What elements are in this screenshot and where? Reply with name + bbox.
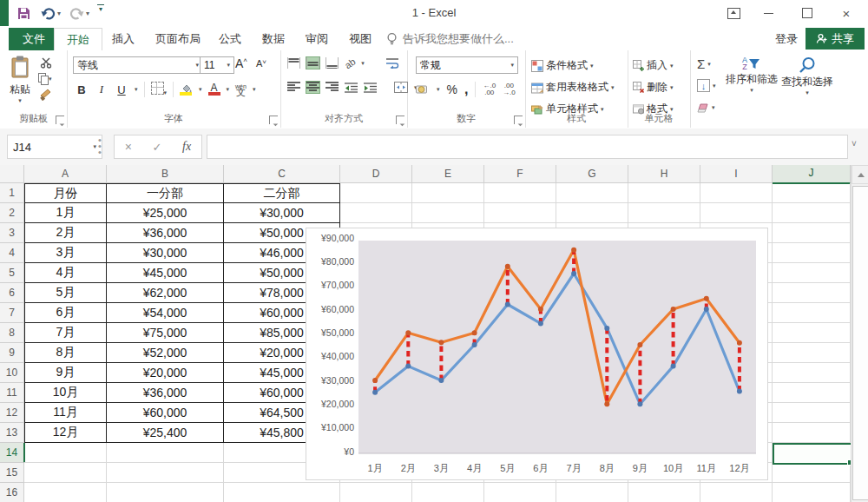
align-left-button[interactable] <box>287 82 300 93</box>
row-header-9[interactable]: 9 <box>0 343 24 363</box>
orientation-dropdown-icon[interactable]: ▾ <box>361 60 365 67</box>
formula-bar-splitter[interactable]: ••• <box>98 137 102 155</box>
fill-button[interactable]: ↓▾ <box>697 77 716 94</box>
conditional-formatting-button[interactable]: 条件格式▾ <box>531 57 594 74</box>
formula-input[interactable] <box>207 135 848 159</box>
delete-cells-button[interactable]: 删除▾ <box>633 79 674 96</box>
align-right-button[interactable] <box>326 82 339 93</box>
table-cell[interactable]: 5月 <box>24 283 107 303</box>
sign-in-link[interactable]: 登录 <box>775 28 798 50</box>
row-header-1[interactable]: 1 <box>0 183 24 203</box>
orientation-icon[interactable]: ab <box>343 56 358 70</box>
table-cell[interactable]: 10月 <box>24 383 107 403</box>
percent-style-button[interactable]: % <box>447 83 457 96</box>
cancel-entry-icon[interactable]: × <box>125 140 132 154</box>
table-cell[interactable]: 2月 <box>24 223 107 243</box>
grow-font-button[interactable]: A˄ <box>235 56 247 70</box>
fill-color-button[interactable] <box>180 83 193 96</box>
table-cell[interactable]: 3月 <box>24 243 107 263</box>
table-cell[interactable]: ¥62,000 <box>107 283 224 303</box>
column-header-G[interactable]: G <box>556 165 628 183</box>
row-header-3[interactable]: 3 <box>0 223 24 243</box>
row-header-7[interactable]: 7 <box>0 303 24 323</box>
table-cell[interactable]: ¥60,000 <box>107 403 224 423</box>
row-header-8[interactable]: 8 <box>0 323 24 343</box>
table-cell[interactable]: 1月 <box>24 203 107 223</box>
tab-page-layout[interactable]: 页面布局 <box>143 28 213 50</box>
tab-formulas[interactable]: 公式 <box>207 28 253 50</box>
sort-filter-button[interactable]: A Z 排序和筛选 ▾ <box>725 56 779 94</box>
underline-button[interactable]: U <box>115 83 128 96</box>
tab-file[interactable]: 文件 <box>9 28 59 50</box>
table-cell[interactable]: ¥54,000 <box>107 303 224 323</box>
accounting-dropdown-icon[interactable]: ▾ <box>437 86 440 93</box>
phonetic-guide-button[interactable]: wén 文 <box>235 83 247 96</box>
tell-me-box[interactable]: 告诉我您想要做什么... <box>386 28 514 50</box>
format-as-table-button[interactable]: 套用表格格式▾ <box>531 79 615 96</box>
column-header-F[interactable]: F <box>484 165 556 183</box>
align-center-button[interactable] <box>306 82 319 93</box>
column-header-A[interactable]: A <box>24 165 107 183</box>
increase-indent-button[interactable] <box>364 83 377 93</box>
paste-dropdown-icon[interactable]: ▾ <box>5 97 35 104</box>
table-cell[interactable]: ¥52,000 <box>107 343 224 363</box>
minimize-button[interactable] <box>753 0 783 26</box>
decrease-decimal-button[interactable]: .00 →.0 <box>503 83 516 96</box>
comma-style-button[interactable]: , <box>464 82 468 97</box>
table-cell[interactable]: ¥36,000 <box>107 383 224 403</box>
tab-view[interactable]: 视图 <box>337 28 384 50</box>
scroll-up-button[interactable] <box>852 165 868 184</box>
copy-dropdown-icon[interactable]: ▾ <box>49 76 52 83</box>
row-header-12[interactable]: 12 <box>0 403 24 423</box>
row-header-5[interactable]: 5 <box>0 263 24 283</box>
tab-home[interactable]: 开始 <box>54 28 102 51</box>
column-header-I[interactable]: I <box>700 165 773 183</box>
insert-cells-button[interactable]: 插入▾ <box>633 57 674 74</box>
align-top-button[interactable] <box>287 57 300 69</box>
vertical-scrollbar[interactable] <box>851 165 868 502</box>
ribbon-display-options-button[interactable] <box>719 0 748 26</box>
fill-color-dropdown-icon[interactable]: ▾ <box>199 86 202 93</box>
close-button[interactable]: × <box>832 0 861 26</box>
italic-button[interactable]: I <box>95 83 108 96</box>
cut-button[interactable] <box>40 57 52 69</box>
bold-button[interactable]: B <box>75 83 89 96</box>
column-header-C[interactable]: C <box>224 165 340 183</box>
number-format-select[interactable]: 常规▾ <box>416 56 518 74</box>
autosum-button[interactable]: Σ▾ <box>697 56 711 72</box>
borders-dropdown-icon[interactable]: ▾ <box>164 89 168 96</box>
align-bottom-button[interactable] <box>326 57 339 69</box>
table-cell[interactable]: 9月 <box>24 363 107 383</box>
align-middle-button[interactable] <box>306 57 319 69</box>
font-color-button[interactable]: A <box>208 83 220 96</box>
clear-button[interactable]: ▾ <box>697 99 715 116</box>
find-select-button[interactable]: 查找和选择 ▾ <box>780 56 834 96</box>
tab-data[interactable]: 数据 <box>250 28 297 50</box>
copy-button[interactable]: ▾ <box>38 73 52 84</box>
column-header-E[interactable]: E <box>412 165 484 183</box>
row-header-11[interactable]: 11 <box>0 383 24 403</box>
shrink-font-button[interactable]: A˅ <box>256 58 266 69</box>
table-cell[interactable]: 4月 <box>24 263 107 283</box>
format-painter-button[interactable] <box>40 89 51 101</box>
active-cell-J14[interactable] <box>773 443 852 465</box>
name-box[interactable]: J14 ▾ <box>7 135 102 159</box>
underline-dropdown-icon[interactable]: ▾ <box>135 86 138 93</box>
table-cell[interactable]: ¥30,000 <box>224 203 340 223</box>
row-header-13[interactable]: 13 <box>0 423 24 443</box>
select-all-corner[interactable] <box>0 165 24 183</box>
table-cell[interactable]: ¥36,000 <box>107 223 224 243</box>
chart-object[interactable]: ¥0¥10,000¥20,000¥30,000¥40,000¥50,000¥60… <box>306 228 768 480</box>
share-button[interactable]: 共享 <box>806 28 865 50</box>
maximize-button[interactable] <box>792 0 822 26</box>
merge-center-button[interactable] <box>394 82 408 93</box>
table-cell[interactable]: 11月 <box>24 403 107 423</box>
borders-button[interactable]: ▾ <box>151 82 168 97</box>
increase-decimal-button[interactable]: ←.0 .00 <box>483 83 496 96</box>
row-header-15[interactable]: 15 <box>0 463 24 483</box>
table-cell[interactable]: ¥25,000 <box>107 203 224 223</box>
phonetic-dropdown-icon[interactable]: ▾ <box>253 86 256 93</box>
table-header-cell[interactable]: 月份 <box>24 183 107 203</box>
table-cell[interactable]: ¥20,000 <box>107 363 224 383</box>
row-header-10[interactable]: 10 <box>0 363 24 383</box>
